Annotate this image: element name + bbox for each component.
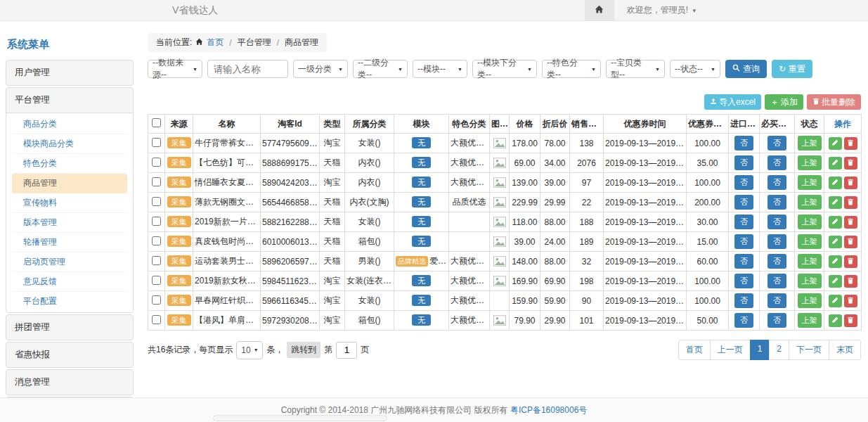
edit-button[interactable] [829,137,842,150]
delete-button[interactable] [844,216,857,229]
import-select-toggle[interactable]: 否 [734,136,753,151]
edit-button[interactable] [829,314,842,327]
must-buy-toggle[interactable]: 否 [767,254,786,269]
jump-to-button[interactable]: 跳转到 [287,342,320,358]
must-buy-toggle[interactable]: 否 [767,234,786,249]
sidebar-item-1-1[interactable]: 模块商品分类 [12,134,127,154]
status-toggle[interactable]: 上架 [798,313,822,328]
batch-delete-button[interactable]: 批量删除 [807,94,861,110]
must-buy-toggle[interactable]: 否 [767,274,786,288]
must-buy-toggle[interactable]: 否 [767,293,786,308]
delete-button[interactable] [844,196,857,209]
horizontal-scrollbar[interactable] [213,415,387,421]
status-toggle[interactable]: 上架 [798,215,822,229]
pager-button-2[interactable]: 1 [750,340,770,360]
delete-button[interactable] [844,255,857,268]
import-select-toggle[interactable]: 否 [734,195,753,210]
import-excel-button[interactable]: 导入excel [704,94,761,110]
sidebar-group-0[interactable]: 用户管理 [6,60,133,85]
search-button[interactable]: 查询 [725,60,767,78]
edit-button[interactable] [829,177,842,189]
import-select-toggle[interactable]: 否 [734,293,753,308]
module-none-badge[interactable]: 无 [412,196,431,207]
pager-button-0[interactable]: 首页 [678,340,711,360]
pager-button-1[interactable]: 上一页 [710,340,751,360]
category1-select[interactable]: 一级分类▼ [293,60,348,78]
feature-select[interactable]: --特色分类--▼ [542,60,601,78]
delete-button[interactable] [844,157,857,170]
import-select-toggle[interactable]: 否 [734,215,753,229]
row-checkbox[interactable] [152,197,161,206]
sidebar-item-1-7[interactable]: 启动页管理 [12,252,127,272]
delete-button[interactable] [844,236,857,248]
status-toggle[interactable]: 上架 [798,136,822,151]
row-checkbox[interactable] [152,217,161,226]
delete-button[interactable] [844,177,857,189]
edit-button[interactable] [829,295,842,307]
status-toggle[interactable]: 上架 [798,254,822,269]
module-select[interactable]: --模块--▼ [413,60,467,78]
sidebar-item-1-6[interactable]: 轮播管理 [12,233,127,252]
sidebar-item-1-3[interactable]: 商品管理 [12,174,127,193]
status-toggle[interactable]: 上架 [798,175,822,190]
delete-button[interactable] [844,295,857,307]
edit-button[interactable] [829,255,842,268]
sidebar-item-1-5[interactable]: 版本管理 [12,213,127,233]
reset-button[interactable]: ↻重置 [772,60,812,78]
sidebar-group-1[interactable]: 平台管理 [6,88,133,113]
must-buy-toggle[interactable]: 否 [767,215,786,229]
edit-button[interactable] [829,157,842,170]
data-source-select[interactable]: --数据来源--▼ [148,60,202,78]
sidebar-group-4[interactable]: 消息管理 [6,370,133,395]
sidebar-group-2[interactable]: 拼团管理 [6,315,133,340]
status-select[interactable]: --状态--▼ [670,60,720,78]
module-none-badge[interactable]: 无 [412,157,431,168]
module-none-badge[interactable]: 无 [412,236,431,247]
sidebar-item-1-8[interactable]: 意见反馈 [12,272,127,292]
delete-button[interactable] [844,137,857,150]
delete-button[interactable] [844,275,857,288]
module-sub-select[interactable]: --模块下分类--▼ [472,60,537,78]
row-checkbox[interactable] [152,158,161,167]
row-checkbox[interactable] [152,315,161,324]
module-none-badge[interactable]: 无 [412,275,431,286]
pager-button-4[interactable]: 下一页 [789,340,829,360]
sidebar-item-1-0[interactable]: 商品分类 [12,115,127,134]
sidebar-item-1-9[interactable]: 平台配置 [12,292,127,311]
status-toggle[interactable]: 上架 [798,293,822,308]
edit-button[interactable] [829,196,842,209]
per-page-select[interactable]: 10 ▼ [236,341,263,359]
must-buy-toggle[interactable]: 否 [767,136,786,151]
add-button[interactable]: ＋ 添加 [765,94,803,110]
edit-button[interactable] [829,275,842,288]
icp-link[interactable]: 粤ICP备16098006号 [510,404,587,416]
import-select-toggle[interactable]: 否 [734,155,753,170]
must-buy-toggle[interactable]: 否 [767,195,786,210]
row-checkbox[interactable] [152,177,161,186]
row-checkbox[interactable] [152,236,161,245]
sidebar-group-3[interactable]: 省惠快报 [6,343,133,367]
breadcrumb-home-link[interactable]: 首页 [207,37,224,49]
must-buy-toggle[interactable]: 否 [767,155,786,170]
row-checkbox[interactable] [152,138,161,147]
sidebar-item-1-2[interactable]: 特色分类 [12,154,127,174]
row-checkbox[interactable] [152,295,161,305]
edit-button[interactable] [829,236,842,248]
import-select-toggle[interactable]: 否 [734,274,753,288]
status-toggle[interactable]: 上架 [798,274,822,288]
import-select-toggle[interactable]: 否 [734,254,753,269]
import-select-toggle[interactable]: 否 [734,234,753,249]
module-none-badge[interactable]: 无 [412,295,431,306]
import-select-toggle[interactable]: 否 [734,175,753,190]
delete-button[interactable] [844,314,857,327]
page-number-input[interactable] [336,342,357,359]
edit-button[interactable] [829,216,842,229]
status-toggle[interactable]: 上架 [798,234,822,249]
must-buy-toggle[interactable]: 否 [767,313,786,328]
pager-button-3[interactable]: 2 [769,340,789,360]
pager-button-5[interactable]: 末页 [829,340,861,360]
home-button[interactable] [585,0,614,20]
category2-select[interactable]: --二级分类--▼ [353,60,408,78]
module-none-badge[interactable]: 无 [412,216,431,227]
status-toggle[interactable]: 上架 [798,155,822,170]
